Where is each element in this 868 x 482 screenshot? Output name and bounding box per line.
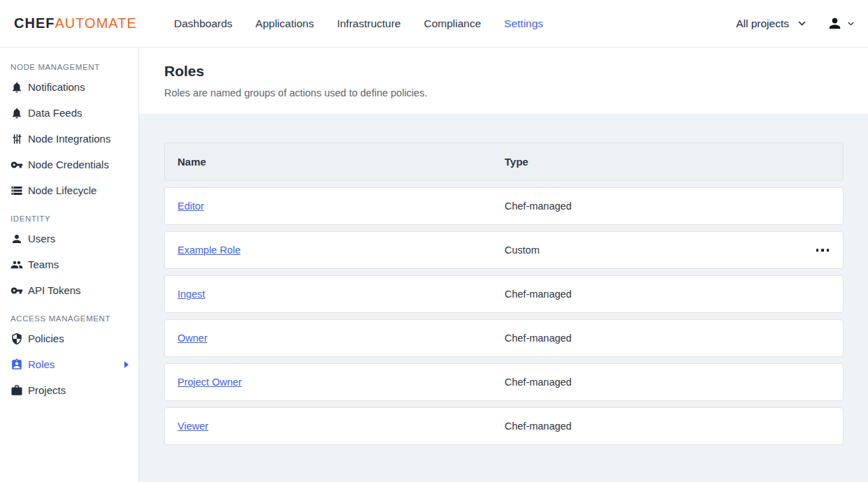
table-row: Owner Chef-managed [164, 319, 844, 357]
sidebar-item-label: Node Lifecycle [28, 184, 96, 196]
key-icon [10, 284, 23, 297]
role-link-owner[interactable]: Owner [178, 333, 208, 344]
sidebar-item-label: Node Integrations [28, 133, 110, 145]
sidebar-item-label: Notifications [28, 81, 85, 93]
main-content: Roles Roles are named groups of actions … [139, 48, 868, 482]
column-header-type: Type [505, 156, 843, 168]
role-type: Custom [505, 244, 843, 256]
role-type: Chef-managed [505, 200, 843, 212]
row-menu-kebab-icon[interactable] [813, 244, 832, 256]
roles-table: Name Type Editor Chef-managed Example Ro… [164, 143, 844, 445]
page-header: Roles Roles are named groups of actions … [139, 48, 868, 114]
sidebar-item-projects[interactable]: Projects [0, 377, 138, 403]
table-row: Ingest Chef-managed [164, 275, 844, 313]
bell-icon [10, 81, 23, 94]
nav-settings[interactable]: Settings [504, 17, 543, 30]
sliders-icon [10, 133, 23, 145]
role-link-example-role[interactable]: Example Role [178, 244, 240, 256]
person-icon [827, 15, 843, 31]
sidebar-item-roles[interactable]: Roles [0, 351, 138, 377]
sidebar-item-users[interactable]: Users [0, 226, 138, 251]
page-title: Roles [164, 63, 843, 80]
logo-chef: CHEF [14, 15, 55, 31]
sidebar-item-label: API Tokens [28, 284, 81, 296]
sidebar-item-label: Roles [28, 358, 55, 370]
nav-dashboards[interactable]: Dashboards [174, 17, 233, 30]
main-nav: Dashboards Applications Infrastructure C… [174, 17, 543, 30]
sidebar-item-label: Data Feeds [28, 107, 82, 119]
role-type: Chef-managed [505, 289, 843, 300]
chef-automate-logo[interactable]: CHEFAUTOMATE [0, 15, 139, 31]
role-link-viewer[interactable]: Viewer [178, 421, 208, 432]
table-header-row: Name Type [164, 143, 844, 181]
table-row: Editor Chef-managed [164, 187, 844, 225]
role-link-ingest[interactable]: Ingest [178, 289, 205, 300]
projects-dropdown[interactable]: All projects [736, 17, 806, 30]
table-row: Example Role Custom [164, 231, 844, 269]
expanded-indicator-icon [124, 361, 129, 368]
chevron-down-icon [798, 21, 806, 26]
sidebar-section-identity: IDENTITY [0, 214, 138, 223]
nav-infrastructure[interactable]: Infrastructure [337, 17, 400, 30]
key-icon [10, 159, 23, 171]
page-description: Roles are named groups of actions used t… [164, 87, 843, 98]
sidebar-item-node-credentials[interactable]: Node Credentials [0, 152, 138, 177]
shield-icon [10, 333, 23, 345]
column-header-name: Name [165, 156, 505, 168]
sidebar-item-node-integrations[interactable]: Node Integrations [0, 126, 138, 152]
sidebar-item-api-tokens[interactable]: API Tokens [0, 277, 138, 303]
sidebar-section-access-management: ACCESS MANAGEMENT [0, 314, 138, 323]
sidebar-item-node-lifecycle[interactable]: Node Lifecycle [0, 177, 138, 203]
chevron-down-icon [848, 22, 854, 26]
nav-compliance[interactable]: Compliance [424, 17, 481, 30]
role-type: Chef-managed [505, 377, 843, 388]
sidebar-item-label: Users [28, 233, 55, 244]
page-body: Name Type Editor Chef-managed Example Ro… [139, 114, 868, 482]
sidebar-item-data-feeds[interactable]: Data Feeds [0, 100, 138, 126]
logo-automate: AUTOMATE [55, 15, 136, 31]
nav-applications[interactable]: Applications [256, 17, 314, 30]
sidebar-section-node-management: NODE MANAGEMENT [0, 63, 138, 71]
sidebar-item-policies[interactable]: Policies [0, 326, 138, 351]
table-row: Viewer Chef-managed [164, 407, 844, 445]
bell-icon [10, 107, 23, 119]
settings-sidebar: NODE MANAGEMENT Notifications Data Feeds… [0, 48, 139, 482]
role-link-editor[interactable]: Editor [178, 200, 204, 212]
user-menu-button[interactable] [827, 15, 854, 31]
sidebar-item-notifications[interactable]: Notifications [0, 74, 138, 100]
top-nav-bar: CHEFAUTOMATE Dashboards Applications Inf… [0, 0, 868, 48]
person-icon [10, 233, 23, 245]
briefcase-icon [10, 384, 23, 397]
role-type: Chef-managed [505, 421, 843, 432]
top-bar-right: All projects [736, 15, 868, 31]
sidebar-item-teams[interactable]: Teams [0, 251, 138, 277]
sidebar-item-label: Projects [28, 384, 66, 396]
group-icon [10, 258, 23, 271]
sidebar-item-label: Node Credentials [28, 159, 109, 170]
table-row: Project Owner Chef-managed [164, 363, 844, 401]
sidebar-item-label: Teams [28, 258, 59, 270]
list-icon [10, 184, 23, 197]
role-type: Chef-managed [505, 333, 843, 344]
badge-icon [10, 358, 23, 371]
sidebar-item-label: Policies [28, 333, 64, 344]
projects-dropdown-label: All projects [736, 17, 789, 30]
role-link-project-owner[interactable]: Project Owner [178, 377, 242, 388]
